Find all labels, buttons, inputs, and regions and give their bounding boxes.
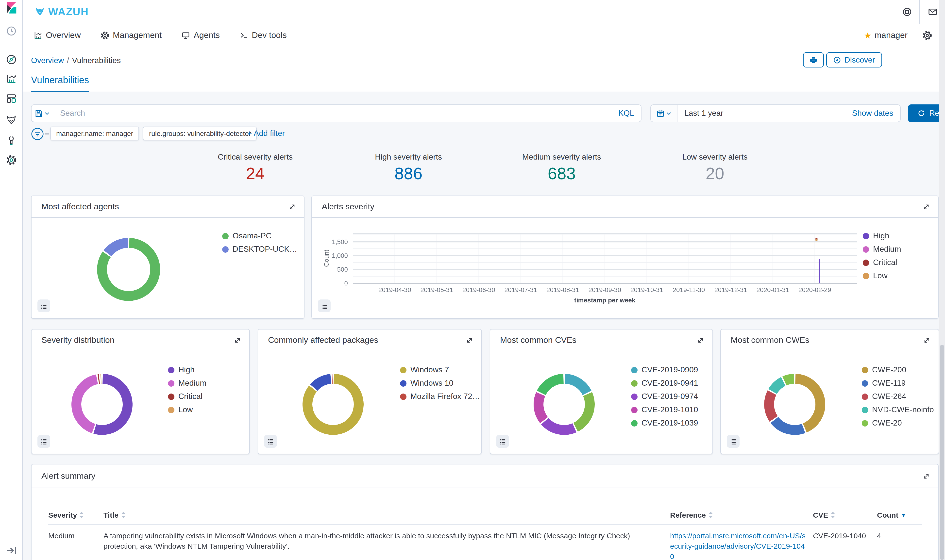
nav-item-overview[interactable]: Overview bbox=[34, 31, 81, 40]
page-scrollbar[interactable] bbox=[939, 0, 945, 560]
legend-item[interactable]: Critical bbox=[863, 258, 901, 267]
panel-list-button[interactable] bbox=[264, 435, 277, 448]
help-button[interactable] bbox=[894, 0, 919, 24]
donut-slice[interactable] bbox=[314, 379, 331, 388]
collapse-nav-icon[interactable] bbox=[5, 545, 17, 557]
panel-list-button[interactable] bbox=[37, 435, 50, 448]
nav-item-dev-tools[interactable]: Dev tools bbox=[239, 31, 287, 40]
donut-slice[interactable] bbox=[76, 379, 97, 429]
donut-slice[interactable] bbox=[784, 379, 794, 381]
index-pattern-selector[interactable]: ★ manager bbox=[864, 31, 908, 40]
saved-query-button[interactable] bbox=[32, 105, 53, 122]
series-point[interactable] bbox=[816, 239, 817, 241]
nav-item-management[interactable]: Management bbox=[100, 31, 162, 40]
legend-item[interactable]: NVD-CWE-noinfo bbox=[862, 405, 934, 414]
legend-item[interactable]: Mozilla Firefox 72… bbox=[400, 392, 480, 401]
filter-chip[interactable]: rule.groups: vulnerability-detector bbox=[143, 126, 257, 140]
legend-item[interactable]: Medium bbox=[863, 245, 901, 254]
donut-most-common-cves[interactable] bbox=[534, 374, 595, 435]
sort-carets-icon bbox=[121, 512, 125, 518]
legend-item[interactable]: CVE-2019-1010 bbox=[631, 405, 698, 414]
scrollbar-thumb[interactable] bbox=[940, 345, 944, 560]
legend-item[interactable]: CVE-2019-0941 bbox=[631, 379, 698, 388]
donut-slice[interactable] bbox=[108, 243, 128, 253]
legend-item[interactable]: Low bbox=[168, 405, 206, 414]
legend-item[interactable]: CWE-264 bbox=[862, 392, 934, 401]
date-quick-select-button[interactable] bbox=[651, 105, 677, 122]
legend-item[interactable]: Low bbox=[863, 271, 901, 280]
expand-icon[interactable] bbox=[922, 203, 930, 211]
query-language-button[interactable]: KQL bbox=[611, 105, 641, 122]
discover-icon[interactable] bbox=[6, 54, 17, 65]
panel-most-common-cwes: Most common CWEs CWE-200CWE-119CWE-264NV… bbox=[720, 329, 939, 454]
column-header-reference[interactable]: Reference bbox=[670, 508, 813, 524]
expand-icon[interactable] bbox=[466, 336, 474, 344]
legend-item[interactable]: DESKTOP-UCK… bbox=[222, 245, 297, 254]
add-filter-button[interactable]: + Add filter bbox=[247, 129, 285, 138]
panel-list-button[interactable] bbox=[496, 435, 509, 448]
print-button[interactable] bbox=[803, 52, 824, 68]
tab-vulnerabilities[interactable]: Vulnerabilities bbox=[31, 75, 89, 92]
donut-slice[interactable] bbox=[796, 379, 820, 428]
column-header-severity[interactable]: Severity bbox=[48, 508, 103, 524]
legend-item[interactable]: Osama-PC bbox=[222, 231, 297, 240]
visualize-icon[interactable] bbox=[6, 73, 17, 84]
donut-slice[interactable] bbox=[774, 420, 803, 430]
reference-link[interactable]: https://portal.msrc.microsoft.com/en-US/… bbox=[670, 531, 806, 560]
panel-list-button[interactable] bbox=[318, 300, 331, 312]
donut-most-affected-agents[interactable] bbox=[97, 238, 160, 301]
legend-item[interactable]: CWE-20 bbox=[862, 418, 934, 428]
kibana-logo[interactable] bbox=[0, 0, 22, 15]
donut-slice[interactable] bbox=[769, 392, 774, 419]
legend-item[interactable]: Medium bbox=[168, 379, 206, 388]
donut-slice[interactable] bbox=[545, 421, 574, 430]
column-header-title[interactable]: Title bbox=[103, 508, 670, 524]
legend-item[interactable]: Windows 7 bbox=[400, 365, 480, 374]
nav-item-agents[interactable]: Agents bbox=[181, 31, 220, 40]
legend-item[interactable]: CVE-2019-0909 bbox=[631, 365, 698, 374]
donut-severity-distribution[interactable] bbox=[71, 374, 132, 435]
filter-options-icon[interactable] bbox=[31, 128, 44, 140]
legend-item[interactable]: CWE-119 bbox=[862, 379, 934, 388]
expand-icon[interactable] bbox=[923, 336, 931, 344]
donut-slice[interactable] bbox=[565, 379, 587, 393]
time-range-value[interactable]: Last 1 year bbox=[677, 109, 723, 118]
legend-item[interactable]: High bbox=[168, 365, 206, 374]
dashboard-icon[interactable] bbox=[6, 93, 17, 104]
expand-icon[interactable] bbox=[234, 336, 242, 344]
discover-button[interactable]: Discover bbox=[826, 52, 882, 68]
donut-slice[interactable] bbox=[773, 382, 783, 391]
donut-slice[interactable] bbox=[95, 379, 128, 430]
show-dates-button[interactable]: Show dates bbox=[852, 109, 900, 118]
column-header-cve[interactable]: CVE bbox=[813, 508, 877, 524]
expand-icon[interactable] bbox=[288, 203, 296, 211]
filter-chip[interactable]: manager.name: manager bbox=[50, 126, 139, 140]
legend-item[interactable]: Windows 10 bbox=[400, 379, 480, 388]
donut-slice[interactable] bbox=[539, 394, 544, 420]
donut-slice[interactable] bbox=[541, 379, 563, 393]
panel-list-button[interactable] bbox=[37, 300, 50, 312]
donut-slice[interactable] bbox=[98, 379, 99, 379]
donut-slice[interactable] bbox=[576, 394, 590, 427]
sidebar bbox=[0, 0, 23, 560]
expand-icon[interactable] bbox=[922, 472, 930, 480]
panel-list-button[interactable] bbox=[727, 435, 740, 448]
donut-commonly-affected-packages[interactable] bbox=[303, 374, 363, 435]
legend-item[interactable]: CVE-2019-0974 bbox=[631, 392, 698, 401]
legend-item[interactable]: High bbox=[863, 231, 901, 240]
expand-icon[interactable] bbox=[697, 336, 705, 344]
legend-item[interactable]: CWE-200 bbox=[862, 365, 934, 374]
column-header-count[interactable]: Count▼ bbox=[877, 508, 922, 524]
recently-viewed-icon[interactable] bbox=[6, 26, 17, 37]
legend-item[interactable]: CVE-2019-1039 bbox=[631, 418, 698, 428]
search-input[interactable] bbox=[53, 105, 611, 122]
settings-gear-icon[interactable] bbox=[922, 31, 932, 40]
wazuh-fox-icon bbox=[34, 6, 45, 17]
donut-most-common-cwes[interactable] bbox=[764, 374, 825, 435]
dev-tools-wrench-icon[interactable] bbox=[6, 135, 17, 146]
management-gear-icon[interactable] bbox=[6, 155, 17, 166]
alerts-severity-chart[interactable]: 2019-04-302019-05-312019-06-302019-07-31… bbox=[322, 221, 864, 305]
legend-item[interactable]: Critical bbox=[168, 392, 206, 401]
breadcrumb-overview-link[interactable]: Overview bbox=[31, 56, 64, 65]
wazuh-app-icon[interactable] bbox=[6, 115, 17, 126]
